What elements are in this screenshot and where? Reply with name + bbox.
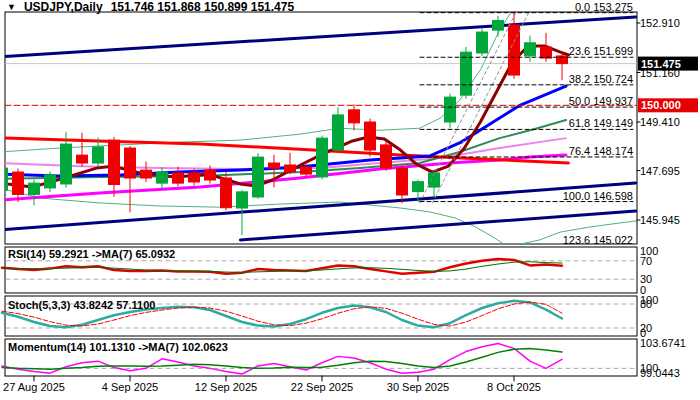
candle-body-bull <box>333 115 344 150</box>
candle-body-bull <box>493 20 504 30</box>
candle-body-bear <box>189 173 200 182</box>
candle-body-bear <box>77 155 88 163</box>
momentum-scale-label: 103.6741 <box>640 337 686 349</box>
candle-body-bear <box>125 148 136 178</box>
candle-body-bear <box>173 173 184 183</box>
stoch-scale-label: 80 <box>640 298 652 310</box>
candle <box>77 133 88 166</box>
date-axis-label: 4 Sep 2025 <box>102 381 158 393</box>
fib-level-label-123.6: 123.6 145.022 <box>563 234 633 246</box>
candle-body-bull <box>157 172 168 183</box>
candle <box>477 29 488 56</box>
candle-body-bull <box>29 183 40 194</box>
price-axis-label: 145.945 <box>640 214 680 226</box>
date-axis-label: 8 Oct 2025 <box>487 381 541 393</box>
candle-body-bull <box>461 52 472 95</box>
candle-body-bear <box>509 25 520 75</box>
candle <box>157 168 168 188</box>
candle <box>461 47 472 98</box>
symbol-dropdown-icon[interactable]: ▼ <box>7 2 16 12</box>
ohlc-readout: 151.746 151.868 150.899 151.475 <box>111 0 295 14</box>
candle <box>13 169 24 202</box>
candle-body-bear <box>349 110 360 123</box>
candle-body-bear <box>285 165 296 172</box>
candle <box>29 180 40 205</box>
ma-plum-line <box>0 138 566 169</box>
candle <box>285 153 296 174</box>
red-line-price-badge-text: 150.000 <box>641 99 681 111</box>
fib-level-label-76.4: 76.4 148.174 <box>569 145 633 157</box>
chart-title: ▼ USDJPY,Daily 151.746 151.868 150.899 1… <box>7 1 294 13</box>
stoch-indicator-label: Stoch(5,3,3) 43.8242 57.1100 <box>8 299 155 311</box>
candle-body-bull <box>93 147 104 163</box>
candle-body-bear <box>381 145 392 168</box>
momentum-scale-label: 99.0443 <box>640 367 680 379</box>
candle <box>509 13 520 79</box>
chart-canvas[interactable]: 0.0 153.27523.6 151.69938.2 150.72450.0 … <box>0 0 700 400</box>
candle <box>557 52 568 79</box>
candle-body-bear <box>141 170 152 178</box>
chart-window: ▼ USDJPY,Daily 151.746 151.868 150.899 1… <box>0 0 700 400</box>
price-axis-label: 147.695 <box>640 165 680 177</box>
candle-body-bull <box>0 168 8 190</box>
candle-body-bull <box>317 138 328 177</box>
candle <box>141 162 152 182</box>
candle-body-bear <box>397 168 408 195</box>
symbol-period-label: USDJPY,Daily <box>24 0 103 14</box>
candle-body-bear <box>365 122 376 150</box>
date-axis-label: 30 Sep 2025 <box>387 381 449 393</box>
candle-body-bull <box>413 182 424 192</box>
momentum-indicator-label: Momentum(14) 101.1310 ->MA(7) 102.0623 <box>8 341 228 353</box>
rsi-indicator-label: RSI(14) 59.2921 ->MA(7) 65.0932 <box>8 248 175 260</box>
candle <box>493 16 504 36</box>
fib-level-label-50.0: 50.0 149.937 <box>569 95 633 107</box>
candle-body-bull <box>445 97 456 122</box>
fib-diagonal-0 <box>420 13 516 203</box>
candle <box>381 142 392 171</box>
date-axis-label: 27 Aug 2025 <box>3 381 65 393</box>
candle <box>333 108 344 152</box>
fib-level-label-38.2: 38.2 150.724 <box>569 73 633 85</box>
candle-body-bull <box>45 175 56 188</box>
candle-body-bear <box>269 163 280 168</box>
candle <box>109 137 120 196</box>
candle <box>253 153 264 198</box>
current-price-badge-text: 151.475 <box>641 58 681 70</box>
candle <box>0 165 8 194</box>
candle <box>125 146 136 212</box>
rsi-panel <box>2 259 636 279</box>
candle <box>173 167 184 186</box>
candle-body-bull <box>525 43 536 56</box>
candle <box>349 105 360 130</box>
candle-body-bear <box>109 140 120 184</box>
candle-body-bull <box>253 157 264 197</box>
candle-body-bear <box>541 47 552 58</box>
fib-level-label-23.6: 23.6 151.699 <box>569 45 633 57</box>
price-axis-label: 152.910 <box>640 17 680 29</box>
candle-body-bull <box>237 192 248 208</box>
fib-level-label-61.8: 61.8 149.149 <box>569 117 633 129</box>
candle <box>45 172 56 192</box>
fib-level-label-100.0: 100.0 146.598 <box>563 190 633 202</box>
candle-body-bear <box>301 167 312 174</box>
candle <box>317 136 328 179</box>
candle-body-bear <box>13 172 24 194</box>
candle <box>445 94 456 128</box>
price-axis-label: 149.410 <box>640 116 680 128</box>
candle-body-bull <box>477 32 488 53</box>
channel-lower-a-line <box>0 183 636 230</box>
candle-body-bear <box>221 178 232 208</box>
date-axis-label: 12 Sep 2025 <box>195 381 257 393</box>
candle <box>397 166 408 203</box>
candle <box>365 119 376 156</box>
candle-body-bull <box>61 144 72 184</box>
date-axis-label: 22 Sep 2025 <box>291 381 353 393</box>
candle <box>221 173 232 210</box>
rsi-scale-label: 70 <box>640 255 652 267</box>
main-chart-area <box>0 8 637 247</box>
fib-level-label-0.0: 0.0 153.275 <box>575 1 633 13</box>
candle-body-bear <box>205 170 216 180</box>
